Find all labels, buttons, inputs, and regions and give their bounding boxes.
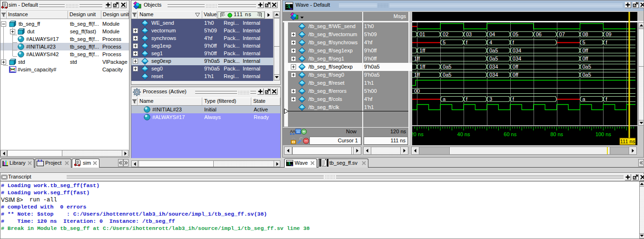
svg-text:1ff: 1ff (414, 72, 420, 78)
svg-text:0a5: 0a5 (489, 48, 498, 53)
svg-text:034: 034 (513, 48, 521, 53)
svg-text:20 ns: 20 ns (412, 131, 424, 137)
svg-text:0a5: 0a5 (583, 64, 591, 70)
svg-text:0a5: 0a5 (489, 56, 498, 61)
svg-text:04: 04 (489, 31, 495, 37)
svg-text:03: 03 (466, 31, 472, 37)
svg-text:06: 06 (536, 31, 542, 37)
svg-text:0a5: 0a5 (583, 72, 591, 78)
svg-text:02: 02 (443, 31, 448, 37)
svg-text:1ff: 1ff (414, 56, 420, 61)
svg-text:0a5: 0a5 (443, 64, 451, 70)
svg-text:09: 09 (605, 31, 611, 37)
svg-text:A: A (293, 129, 296, 134)
svg-text:100 ns: 100 ns (595, 131, 612, 137)
svg-text:0ff: 0ff (513, 72, 519, 78)
svg-text:1ff: 1ff (419, 64, 426, 70)
svg-text:5: 5 (443, 40, 446, 45)
svg-text:034: 034 (489, 64, 498, 70)
svg-text:08: 08 (583, 31, 588, 37)
svg-text:05: 05 (513, 31, 518, 37)
svg-text:40 ns: 40 ns (457, 131, 470, 137)
svg-text:3: 3 (489, 96, 492, 102)
svg-text:80 ns: 80 ns (550, 131, 563, 137)
svg-text:07: 07 (559, 31, 565, 37)
svg-text:0ff: 0ff (513, 64, 519, 70)
svg-text:01: 01 (419, 31, 425, 37)
svg-text:60 ns: 60 ns (504, 131, 516, 137)
svg-text:a: a (443, 96, 446, 102)
svg-text:034: 034 (513, 56, 521, 61)
svg-text:0ff: 0ff (583, 48, 589, 53)
svg-text:a: a (583, 96, 586, 102)
svg-text:034: 034 (489, 72, 498, 78)
svg-text:0ff: 0ff (583, 56, 589, 61)
svg-text:0a5: 0a5 (443, 72, 451, 78)
svg-text:00: 00 (414, 88, 420, 94)
svg-text:111 ns: 111 ns (620, 139, 635, 144)
svg-text:1ff: 1ff (419, 48, 426, 53)
svg-text:5: 5 (583, 40, 585, 45)
svg-text:4: 4 (489, 40, 492, 45)
